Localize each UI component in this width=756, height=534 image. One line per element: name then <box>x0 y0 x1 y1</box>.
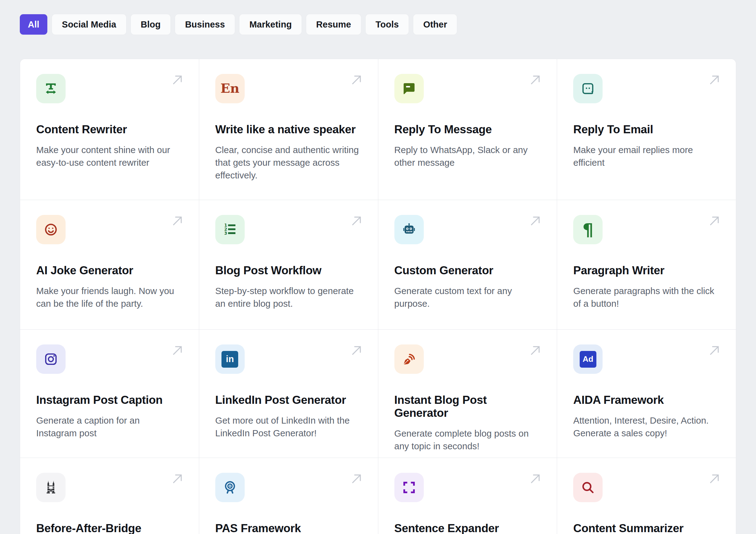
external-link-arrow-icon[interactable] <box>350 471 364 486</box>
external-link-arrow-icon[interactable] <box>528 343 543 358</box>
tool-card-instagram-post-caption[interactable]: Instagram Post Caption Generate a captio… <box>20 330 199 458</box>
text-width-icon <box>43 81 58 96</box>
tool-card-reply-to-email[interactable]: Reply To Email Make your email replies m… <box>557 59 736 200</box>
tool-card-pas-framework[interactable]: PAS Framework <box>199 458 378 534</box>
tool-description: Make your email replies more efficient <box>573 144 720 169</box>
english-letters-icon: En <box>221 82 239 95</box>
external-link-arrow-icon[interactable] <box>171 214 185 228</box>
tool-title: Write like a native speaker <box>215 123 362 136</box>
chat-dots-icon <box>580 81 595 96</box>
external-link-arrow-icon[interactable] <box>528 73 543 87</box>
tool-description: Get more out of LinkedIn with the Linked… <box>215 414 362 440</box>
filter-pill-resume[interactable]: Resume <box>306 14 361 35</box>
tool-description: Generate custom text for any purpose. <box>394 284 541 310</box>
tool-title: AIDA Framework <box>573 394 720 407</box>
external-link-arrow-icon[interactable] <box>708 214 722 228</box>
tool-title: AI Joke Generator <box>36 264 183 277</box>
tool-description: Make your friends laugh. Now you can be … <box>36 284 183 310</box>
pen-signal-icon <box>402 352 416 366</box>
numbered-list-icon: 123 <box>223 222 237 237</box>
tool-icon-tile: Ad <box>573 344 603 374</box>
tool-title: Sentence Expander <box>394 522 541 534</box>
external-link-arrow-icon[interactable] <box>350 73 364 87</box>
tool-card-ai-joke-generator[interactable]: AI Joke Generator Make your friends laug… <box>20 200 199 329</box>
svg-text:3: 3 <box>224 231 227 236</box>
instagram-icon <box>43 352 58 366</box>
tool-icon-tile <box>215 473 245 502</box>
tool-card-blog-post-workflow[interactable]: 123 Blog Post Workflow Step-by-step work… <box>199 200 378 329</box>
tool-title: Reply To Email <box>573 123 720 136</box>
external-link-arrow-icon[interactable] <box>171 343 185 358</box>
robot-icon <box>402 222 416 237</box>
filter-bar: AllSocial MediaBlogBusinessMarketingResu… <box>0 0 756 35</box>
filter-pill-tools[interactable]: Tools <box>365 14 409 35</box>
tool-title: Instant Blog Post Generator <box>394 394 541 419</box>
chat-bubble-icon <box>402 81 416 96</box>
external-link-arrow-icon[interactable] <box>528 471 543 486</box>
tool-card-instant-blog-post-generator[interactable]: Instant Blog Post Generator Generate com… <box>378 330 557 458</box>
tool-description: Make your content shine with our easy-to… <box>36 144 183 169</box>
tool-card-paragraph-writer[interactable]: ¶ Paragraph Writer Generate paragraphs w… <box>557 200 736 329</box>
tool-icon-tile <box>394 74 424 103</box>
tool-title: Content Rewriter <box>36 123 183 136</box>
bridge-icon <box>43 480 58 495</box>
filter-pill-business[interactable]: Business <box>175 14 235 35</box>
filter-pill-blog[interactable]: Blog <box>131 14 171 35</box>
tool-title: Instagram Post Caption <box>36 394 183 407</box>
tool-description: Reply to WhatsApp, Slack or any other me… <box>394 144 541 169</box>
tool-icon-tile: En <box>215 74 245 103</box>
tool-icon-tile: ¶ <box>573 215 603 244</box>
external-link-arrow-icon[interactable] <box>708 471 722 486</box>
filter-pill-other[interactable]: Other <box>413 14 457 35</box>
tool-description: Clear, concise and authentic writing tha… <box>215 144 362 181</box>
tool-description: Generate complete blog posts on any topi… <box>394 427 541 452</box>
tool-card-before-after-bridge[interactable]: Before-After-Bridge <box>20 458 199 534</box>
tool-card-aida-framework[interactable]: Ad AIDA Framework Attention, Interest, D… <box>557 330 736 458</box>
target-icon <box>223 480 237 495</box>
tool-description: Attention, Interest, Desire, Action. Gen… <box>573 414 720 440</box>
smiley-icon <box>43 222 58 237</box>
tool-icon-tile <box>394 215 424 244</box>
tool-title: Blog Post Workflow <box>215 264 362 277</box>
tool-title: LinkedIn Post Generator <box>215 394 362 407</box>
external-link-arrow-icon[interactable] <box>350 343 364 358</box>
tool-icon-tile <box>36 74 66 103</box>
tool-icon-tile <box>394 344 424 374</box>
filter-pill-marketing[interactable]: Marketing <box>239 14 302 35</box>
external-link-arrow-icon[interactable] <box>708 73 722 87</box>
external-link-arrow-icon[interactable] <box>171 471 185 486</box>
tools-grid: Content Rewriter Make your content shine… <box>20 59 736 534</box>
tool-card-write-like-a-native-speaker[interactable]: En Write like a native speaker Clear, co… <box>199 59 378 200</box>
tool-icon-tile <box>36 215 66 244</box>
filter-pill-all[interactable]: All <box>20 14 47 35</box>
tool-description: Step-by-step workflow to generate an ent… <box>215 284 362 310</box>
tool-title: Custom Generator <box>394 264 541 277</box>
external-link-arrow-icon[interactable] <box>350 214 364 228</box>
ad-badge-icon: Ad <box>580 351 596 368</box>
tool-description: Generate a caption for an Instagram post <box>36 414 183 440</box>
magnifier-icon <box>580 480 595 495</box>
tool-icon-tile <box>36 473 66 502</box>
tool-icon-tile <box>573 473 603 502</box>
external-link-arrow-icon[interactable] <box>708 343 722 358</box>
tool-icon-tile <box>36 344 66 374</box>
tool-card-linkedin-post-generator[interactable]: in LinkedIn Post Generator Get more out … <box>199 330 378 458</box>
tool-title: PAS Framework <box>215 522 362 534</box>
tool-title: Paragraph Writer <box>573 264 720 277</box>
tool-icon-tile: 123 <box>215 215 245 244</box>
tool-card-content-rewriter[interactable]: Content Rewriter Make your content shine… <box>20 59 199 200</box>
pilcrow-icon: ¶ <box>582 221 594 238</box>
tool-card-reply-to-message[interactable]: Reply To Message Reply to WhatsApp, Slac… <box>378 59 557 200</box>
tool-card-content-summarizer[interactable]: Content Summarizer <box>557 458 736 534</box>
filter-pill-social-media[interactable]: Social Media <box>52 14 126 35</box>
tool-icon-tile <box>394 473 424 502</box>
tool-card-custom-generator[interactable]: Custom Generator Generate custom text fo… <box>378 200 557 329</box>
external-link-arrow-icon[interactable] <box>528 214 543 228</box>
linkedin-icon: in <box>222 351 238 368</box>
tool-title: Reply To Message <box>394 123 541 136</box>
external-link-arrow-icon[interactable] <box>171 73 185 87</box>
tool-title: Content Summarizer <box>573 522 720 534</box>
tool-icon-tile <box>573 74 603 103</box>
expand-icon <box>402 480 416 495</box>
tool-card-sentence-expander[interactable]: Sentence Expander <box>378 458 557 534</box>
